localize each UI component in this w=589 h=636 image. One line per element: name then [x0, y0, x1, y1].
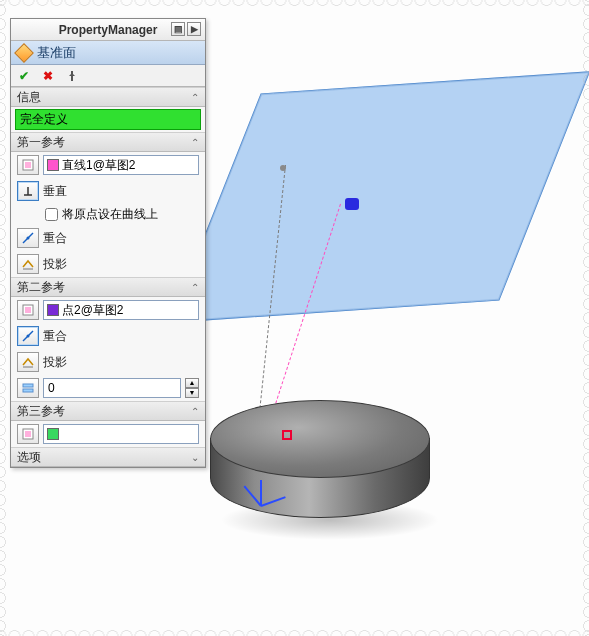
color-swatch-icon	[47, 304, 59, 316]
offset-value-field[interactable]: 0	[43, 378, 181, 398]
titlebar: PropertyManager ▤ ▶	[11, 19, 205, 41]
section-ref1-label: 第一参考	[17, 134, 65, 151]
color-swatch-icon	[47, 159, 59, 171]
ref1-coincident-label: 重合	[43, 230, 67, 247]
spin-up-button[interactable]: ▲	[185, 378, 199, 388]
section-ref3-label: 第三参考	[17, 403, 65, 420]
status-badge: 完全定义	[15, 109, 201, 130]
svg-rect-4	[25, 307, 31, 313]
cylinder-body	[210, 400, 430, 545]
perpendicular-label: 垂直	[43, 183, 67, 200]
coincident-icon[interactable]	[17, 326, 39, 346]
origin-marker	[282, 430, 292, 440]
pin-button[interactable]	[65, 69, 79, 83]
ref3-selection-field[interactable]	[43, 424, 199, 444]
chevron-up-icon: ⌃	[191, 137, 199, 148]
project-icon[interactable]	[17, 352, 39, 372]
ref2-body: 点2@草图2 重合 投影 0 ▲ ▼	[11, 297, 205, 401]
chevron-up-icon: ⌃	[191, 282, 199, 293]
ref1-project-label: 投影	[43, 256, 67, 273]
plane-feature-icon	[14, 43, 34, 63]
chevron-down-icon: ⌄	[191, 452, 199, 463]
ref1-body: 直线1@草图2 垂直 将原点设在曲线上 重合 投影	[11, 152, 205, 277]
scene	[190, 20, 577, 624]
ref2-coincident-label: 重合	[43, 328, 67, 345]
section-options-header[interactable]: 选项 ⌄	[11, 447, 205, 467]
offset-icon[interactable]	[17, 378, 39, 398]
section-ref1-header[interactable]: 第一参考 ⌃	[11, 132, 205, 152]
section-options-label: 选项	[17, 449, 41, 466]
selection-icon[interactable]	[17, 300, 39, 320]
feature-name: 基准面	[37, 44, 76, 62]
offset-spinner[interactable]: ▲ ▼	[185, 378, 199, 398]
selection-icon[interactable]	[17, 424, 39, 444]
svg-rect-1	[25, 162, 31, 168]
action-bar: ✔ ✖	[11, 65, 205, 87]
ref2-selection-text: 点2@草图2	[62, 302, 124, 319]
ok-button[interactable]: ✔	[17, 69, 31, 83]
selection-icon[interactable]	[17, 155, 39, 175]
endpoint-dot	[280, 165, 286, 171]
feature-header: 基准面	[11, 41, 205, 65]
section-info-header[interactable]: 信息 ⌃	[11, 87, 205, 107]
ref2-selection-field[interactable]: 点2@草图2	[43, 300, 199, 320]
normal-arrow-icon	[345, 198, 359, 210]
ref1-selection-text: 直线1@草图2	[62, 157, 136, 174]
origin-on-curve-label: 将原点设在曲线上	[62, 206, 158, 223]
chevron-up-icon: ⌃	[191, 406, 199, 417]
origin-on-curve-input[interactable]	[45, 208, 58, 221]
arrow-right-icon[interactable]: ▶	[187, 22, 201, 36]
origin-on-curve-checkbox[interactable]: 将原点设在曲线上	[11, 204, 205, 225]
section-ref2-label: 第二参考	[17, 279, 65, 296]
color-swatch-icon	[47, 428, 59, 440]
offset-value: 0	[48, 381, 55, 395]
spin-down-button[interactable]: ▼	[185, 388, 199, 398]
project-icon[interactable]	[17, 254, 39, 274]
section-ref3-header[interactable]: 第三参考 ⌃	[11, 401, 205, 421]
property-manager-panel: PropertyManager ▤ ▶ 基准面 ✔ ✖ 信息 ⌃ 完全定义 第一…	[10, 18, 206, 468]
title-text: PropertyManager	[59, 23, 158, 37]
svg-rect-6	[23, 384, 33, 387]
perpendicular-icon[interactable]	[17, 181, 39, 201]
datum-plane-preview	[170, 71, 589, 323]
ref2-project-label: 投影	[43, 354, 67, 371]
svg-point-2	[27, 237, 30, 240]
section-info-label: 信息	[17, 89, 41, 106]
coincident-icon[interactable]	[17, 228, 39, 248]
info-body: 完全定义	[11, 107, 205, 132]
split-icon[interactable]: ▤	[171, 22, 185, 36]
section-ref2-header[interactable]: 第二参考 ⌃	[11, 277, 205, 297]
svg-rect-9	[25, 431, 31, 437]
ref1-selection-field[interactable]: 直线1@草图2	[43, 155, 199, 175]
chevron-up-icon: ⌃	[191, 92, 199, 103]
svg-point-5	[27, 335, 30, 338]
ref3-body	[11, 421, 205, 447]
svg-rect-7	[23, 389, 33, 392]
cancel-button[interactable]: ✖	[41, 69, 55, 83]
